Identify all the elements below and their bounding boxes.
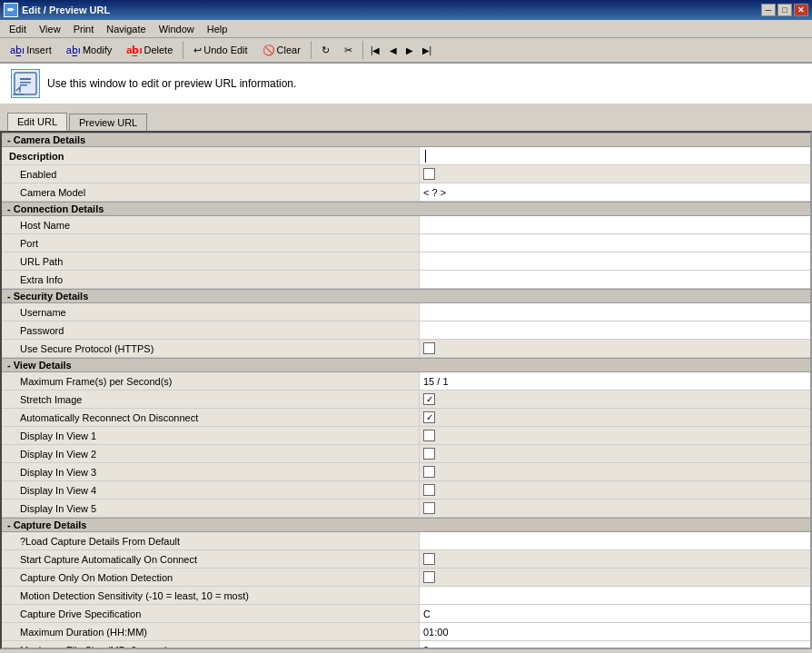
- modify-button[interactable]: ab̲ı Modify: [60, 40, 119, 60]
- row-value: [420, 165, 810, 183]
- row-value: 0: [420, 641, 810, 649]
- row-value[interactable]: [420, 147, 810, 164]
- row-label: Port: [2, 234, 420, 252]
- row-value: < ? >: [420, 183, 810, 201]
- toolbar: ab̲ı Insert ab̲ı Modify ab̲ı Delete ↩ Un…: [0, 38, 812, 64]
- row-label: Display In View 3: [2, 463, 420, 480]
- table-row: Automatically Reconnect On Disconnect: [2, 409, 810, 427]
- tab-preview-url[interactable]: Preview URL: [69, 114, 147, 131]
- row-label: Description: [2, 147, 420, 164]
- menu-print[interactable]: Print: [68, 22, 100, 36]
- checkbox-input[interactable]: [423, 342, 435, 354]
- row-value: [420, 463, 810, 480]
- row-label: Stretch Image: [2, 391, 420, 408]
- minimize-button[interactable]: ─: [761, 4, 776, 16]
- section-header-capture-details: - Capture Details: [2, 518, 810, 532]
- row-label: Motion Detection Sensitivity (-10 = leas…: [2, 587, 420, 604]
- checkbox-input[interactable]: [423, 393, 435, 405]
- table-row: Display In View 1: [2, 427, 810, 445]
- scissors-icon: ✂: [344, 45, 352, 56]
- menu-navigate[interactable]: Navigate: [101, 22, 151, 36]
- row-value: [420, 303, 810, 321]
- row-value: [420, 322, 810, 339]
- table-row: Capture Drive SpecificationC: [2, 605, 810, 623]
- table-row: Enabled: [2, 165, 810, 183]
- row-value: [420, 481, 810, 499]
- delete-icon: ab̲ı: [126, 45, 142, 56]
- clear-button[interactable]: 🚫 Clear: [256, 40, 307, 60]
- svg-rect-3: [20, 84, 27, 86]
- table-row: Password: [2, 322, 810, 340]
- table-row: Use Secure Protocol (HTTPS): [2, 340, 810, 358]
- checkbox-input[interactable]: [423, 502, 435, 514]
- table-row: Display In View 2: [2, 445, 810, 463]
- checkbox-input[interactable]: [423, 448, 435, 460]
- info-bar: Use this window to edit or preview URL i…: [0, 64, 812, 105]
- title-bar-buttons: ─ □ ✕: [761, 4, 808, 16]
- checkbox-input[interactable]: [423, 411, 435, 423]
- table-row: Port: [2, 234, 810, 252]
- row-label: Display In View 2: [2, 445, 420, 462]
- menu-window[interactable]: Window: [153, 22, 200, 36]
- row-label: Username: [2, 303, 420, 321]
- table-row: Motion Detection Sensitivity (-10 = leas…: [2, 587, 810, 605]
- table-row: Display In View 3: [2, 463, 810, 481]
- restore-button[interactable]: □: [777, 4, 792, 16]
- toolbar-sep-1: [183, 41, 183, 59]
- close-button[interactable]: ✕: [794, 4, 808, 16]
- main-content: - Camera DetailsDescriptionEnabledCamera…: [0, 131, 812, 649]
- undo-icon: ↩: [193, 45, 202, 56]
- row-value: [420, 409, 810, 426]
- refresh-button[interactable]: ↻: [315, 40, 336, 60]
- nav-prev-button[interactable]: ◀: [386, 40, 401, 60]
- info-text: Use this window to edit or preview URL i…: [47, 77, 296, 90]
- checkbox-input[interactable]: [423, 571, 435, 583]
- toolbar-sep-3: [362, 41, 363, 59]
- app-icon: ✏: [4, 3, 18, 17]
- svg-rect-2: [20, 82, 31, 84]
- row-value: [420, 550, 810, 568]
- table-row: Maximum File Size (MB, 0=none)0: [2, 641, 810, 649]
- nav-next-button[interactable]: ▶: [402, 40, 417, 60]
- insert-button[interactable]: ab̲ı Insert: [4, 40, 58, 60]
- nav-first-button[interactable]: |◀: [367, 40, 384, 60]
- menu-bar: Edit View Print Navigate Window Help: [0, 20, 812, 38]
- row-label: Automatically Reconnect On Disconnect: [2, 409, 420, 426]
- table-row: Description: [2, 147, 810, 165]
- row-label: Host Name: [2, 216, 420, 233]
- svg-rect-1: [20, 78, 31, 80]
- delete-button[interactable]: ab̲ı Delete: [120, 40, 179, 60]
- undo-button[interactable]: ↩ Undo Edit: [187, 40, 253, 60]
- menu-help[interactable]: Help: [202, 22, 233, 36]
- row-label: Extra Info: [2, 271, 420, 288]
- title-bar-text: Edit / Preview URL: [22, 5, 110, 15]
- table-row: Extra Info: [2, 271, 810, 289]
- table-row: Capture Only On Motion Detection: [2, 569, 810, 587]
- scissors-button[interactable]: ✂: [338, 40, 359, 60]
- table-row: Maximum Duration (HH:MM)01:00: [2, 623, 810, 641]
- checkbox-input[interactable]: [423, 466, 435, 478]
- menu-edit[interactable]: Edit: [4, 22, 32, 36]
- table-row: URL Path: [2, 252, 810, 271]
- row-label: ?Load Capture Details From Default: [2, 532, 420, 549]
- row-value: [420, 587, 810, 604]
- checkbox-input[interactable]: [423, 430, 435, 441]
- row-value: [420, 445, 810, 462]
- menu-view[interactable]: View: [34, 22, 66, 36]
- nav-last-button[interactable]: ▶|: [419, 40, 436, 60]
- row-value: [420, 252, 810, 270]
- row-value: 15 / 1: [420, 372, 810, 390]
- checkbox-input[interactable]: [423, 553, 435, 565]
- row-label: Enabled: [2, 165, 420, 183]
- row-label: Capture Drive Specification: [2, 605, 420, 622]
- row-label: Display In View 4: [2, 481, 420, 499]
- row-label: Capture Only On Motion Detection: [2, 569, 420, 586]
- table-row: Host Name: [2, 216, 810, 234]
- toolbar-sep-2: [311, 41, 312, 59]
- row-label: Use Secure Protocol (HTTPS): [2, 340, 420, 357]
- checkbox-input[interactable]: [423, 484, 435, 496]
- row-value: 01:00: [420, 623, 810, 640]
- checkbox-input[interactable]: [423, 168, 435, 180]
- table-row: Camera Model< ? >: [2, 183, 810, 202]
- tab-edit-url[interactable]: Edit URL: [7, 113, 67, 131]
